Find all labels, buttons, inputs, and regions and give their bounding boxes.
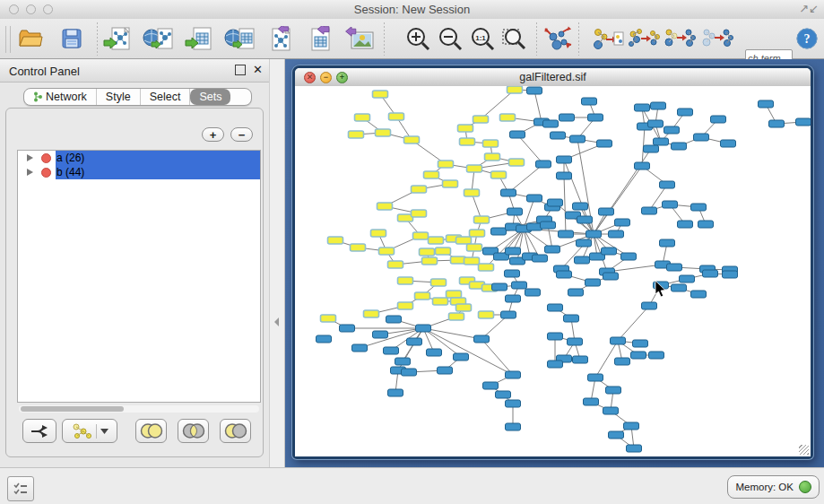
graph-node[interactable] bbox=[698, 221, 714, 228]
graph-node[interactable] bbox=[377, 203, 393, 210]
graph-node[interactable] bbox=[525, 289, 541, 296]
graph-node[interactable] bbox=[557, 156, 572, 163]
graph-node[interactable] bbox=[388, 261, 403, 268]
graph-node[interactable] bbox=[533, 255, 548, 262]
graph-node[interactable] bbox=[667, 264, 682, 271]
graph-node[interactable] bbox=[379, 248, 395, 255]
graph-edge[interactable] bbox=[534, 91, 542, 122]
task-history-button[interactable] bbox=[7, 476, 34, 501]
graph-node[interactable] bbox=[541, 222, 556, 229]
expand-triangle-icon[interactable] bbox=[27, 154, 33, 161]
graph-node[interactable] bbox=[413, 232, 429, 239]
graph-node[interactable] bbox=[603, 407, 619, 414]
graph-node[interactable] bbox=[416, 325, 431, 332]
difference-sets-button[interactable] bbox=[220, 419, 251, 443]
graph-node[interactable] bbox=[415, 292, 430, 300]
split-sets-button[interactable] bbox=[22, 419, 56, 443]
graph-node[interactable] bbox=[433, 298, 448, 305]
graph-node[interactable] bbox=[559, 114, 575, 121]
graph-node[interactable] bbox=[573, 356, 588, 363]
graph-node[interactable] bbox=[317, 335, 332, 343]
graph-node[interactable] bbox=[633, 340, 648, 347]
graph-node[interactable] bbox=[506, 248, 521, 255]
graph-node[interactable] bbox=[586, 230, 602, 238]
graph-node[interactable] bbox=[349, 131, 364, 138]
graph-edge[interactable] bbox=[481, 339, 513, 375]
graph-node[interactable] bbox=[564, 315, 579, 322]
memory-status-badge[interactable]: Memory: OK bbox=[727, 475, 820, 499]
graph-node[interactable] bbox=[505, 270, 520, 277]
graph-node[interactable] bbox=[395, 358, 411, 365]
graph-node[interactable] bbox=[635, 104, 650, 111]
graph-node[interactable] bbox=[548, 333, 563, 340]
graph-edge[interactable] bbox=[564, 176, 566, 234]
graph-node[interactable] bbox=[568, 338, 583, 345]
graph-node[interactable] bbox=[398, 277, 413, 284]
graph-node[interactable] bbox=[527, 223, 542, 230]
graph-node[interactable] bbox=[458, 125, 473, 132]
graph-node[interactable] bbox=[588, 114, 603, 121]
graph-node[interactable] bbox=[577, 216, 593, 223]
graph-node[interactable] bbox=[506, 295, 521, 302]
graph-node[interactable] bbox=[407, 338, 422, 345]
graph-node[interactable] bbox=[603, 273, 619, 280]
zoom-actual-size-button[interactable]: 1:1 bbox=[466, 22, 499, 56]
graph-node[interactable] bbox=[429, 237, 444, 244]
graph-node[interactable] bbox=[454, 353, 469, 361]
graph-node[interactable] bbox=[506, 400, 521, 407]
float-panel-icon[interactable] bbox=[235, 65, 246, 75]
scrollbar-thumb[interactable] bbox=[21, 406, 124, 412]
graph-node[interactable] bbox=[588, 374, 603, 381]
graph-node[interactable] bbox=[427, 349, 442, 356]
tab-style[interactable]: Style bbox=[97, 89, 141, 105]
graph-node[interactable] bbox=[597, 140, 612, 147]
graph-node[interactable] bbox=[351, 244, 366, 251]
graph-node[interactable] bbox=[548, 361, 563, 368]
import-table-file-button[interactable] bbox=[183, 22, 215, 56]
close-panel-icon[interactable]: ✕ bbox=[253, 63, 263, 76]
graph-node[interactable] bbox=[352, 344, 368, 352]
graph-node[interactable] bbox=[364, 310, 379, 317]
open-session-button[interactable] bbox=[14, 22, 47, 56]
graph-edge[interactable] bbox=[618, 306, 649, 341]
network-frame-titlebar[interactable]: ✕ − + galFiltered.sif bbox=[295, 68, 811, 87]
graph-node[interactable] bbox=[438, 367, 453, 374]
graph-node[interactable] bbox=[384, 347, 399, 354]
graph-node[interactable] bbox=[611, 337, 626, 344]
graph-node[interactable] bbox=[431, 279, 447, 286]
graph-node[interactable] bbox=[631, 352, 646, 359]
graph-node[interactable] bbox=[398, 302, 413, 309]
graph-node[interactable] bbox=[501, 189, 516, 196]
graph-node[interactable] bbox=[573, 203, 588, 210]
graph-node[interactable] bbox=[624, 422, 639, 430]
import-table-web-button[interactable] bbox=[223, 22, 256, 56]
graph-node[interactable] bbox=[373, 331, 388, 338]
graph-node[interactable] bbox=[527, 87, 542, 94]
graph-node[interactable] bbox=[510, 131, 525, 138]
graph-node[interactable] bbox=[473, 116, 489, 123]
graph-node[interactable] bbox=[456, 237, 472, 244]
graph-node[interactable] bbox=[648, 120, 664, 127]
graph-node[interactable] bbox=[606, 387, 621, 394]
graph-node[interactable] bbox=[691, 204, 707, 211]
graph-node[interactable] bbox=[507, 208, 523, 215]
graph-node[interactable] bbox=[412, 186, 427, 193]
graph-node[interactable] bbox=[424, 171, 439, 178]
graph-node[interactable] bbox=[467, 165, 482, 172]
graph-edge[interactable] bbox=[423, 328, 481, 339]
graph-node[interactable] bbox=[464, 189, 480, 196]
graph-node[interactable] bbox=[663, 201, 678, 208]
import-network-file-button[interactable] bbox=[101, 22, 134, 56]
graph-node[interactable] bbox=[491, 171, 507, 178]
graph-node[interactable] bbox=[642, 302, 657, 309]
graph-node[interactable] bbox=[575, 256, 590, 264]
graph-node[interactable] bbox=[635, 162, 650, 169]
graph-node[interactable] bbox=[568, 289, 584, 296]
graph-node[interactable] bbox=[627, 445, 642, 452]
graph-node[interactable] bbox=[711, 116, 726, 123]
panel-splitter[interactable] bbox=[269, 59, 285, 467]
horizontal-scrollbar[interactable] bbox=[19, 405, 259, 413]
graph-node[interactable] bbox=[355, 114, 370, 121]
graph-node[interactable] bbox=[496, 391, 511, 398]
union-sets-button[interactable] bbox=[135, 419, 167, 443]
